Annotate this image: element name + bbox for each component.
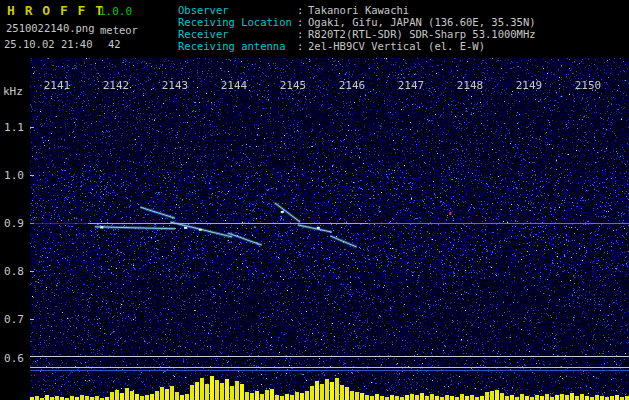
time-tick-label: 2148 (457, 79, 484, 92)
time-tick-label: 2144 (221, 79, 248, 92)
info-row: Observer:Takanori Kawachi (178, 4, 536, 16)
info-colon: : (297, 4, 308, 16)
hrofft-window: H R O F F T 1.0.0 2510022140.png meteor … (0, 0, 629, 400)
meteor-echo-count: 42 (108, 38, 121, 50)
time-tick-label: 2141 (44, 79, 71, 92)
info-label: Receiving antenna (178, 40, 297, 52)
info-label: Receiving Location (178, 16, 297, 28)
info-colon: : (297, 40, 308, 52)
time-tick-label: 2150 (575, 79, 602, 92)
observation-datetime: 25.10.02 21:40 (4, 38, 93, 50)
freq-tick-label: 0.6 (0, 352, 28, 365)
info-row: Receiver:R820T2(RTL-SDR) SDR-Sharp 53.10… (178, 28, 536, 40)
freq-tick-label: 0.9 (0, 217, 28, 230)
app-version: 1.0.0 (99, 5, 132, 18)
info-row: Receiving Location:Ogaki, Gifu, JAPAN (1… (178, 16, 536, 28)
info-panel: Observer:Takanori KawachiReceiving Locat… (178, 4, 536, 52)
freq-tick-label: 1.1 (0, 121, 28, 134)
time-tick-label: 2145 (280, 79, 307, 92)
info-value: Takanori Kawachi (308, 4, 409, 16)
time-tick-label: 2142 (103, 79, 130, 92)
info-colon: : (297, 16, 308, 28)
freq-tick-label: 0.8 (0, 265, 28, 278)
frequency-axis-unit: kHz (3, 85, 23, 98)
info-row: Receiving antenna:2el-HB9CV Vertical (el… (178, 40, 536, 52)
info-label: Receiver (178, 28, 297, 40)
freq-tick-label: 1.0 (0, 169, 28, 182)
info-label: Observer (178, 4, 297, 16)
signal-strength-panel (30, 358, 629, 400)
signal-strength-canvas (30, 358, 629, 400)
mode-label: meteor (100, 24, 138, 36)
separator-line (30, 356, 629, 357)
info-colon: : (297, 28, 308, 40)
header: H R O F F T 1.0.0 2510022140.png meteor … (0, 0, 629, 58)
info-value: 2el-HB9CV Vertical (el. E-W) (308, 40, 485, 52)
output-filename: 2510022140.png (6, 22, 95, 34)
time-tick-label: 2147 (398, 79, 425, 92)
spectrogram-canvas (30, 58, 629, 357)
frequency-axis: kHz 1.11.00.90.80.70.6 (0, 58, 30, 400)
time-tick-label: 2143 (162, 79, 189, 92)
freq-tick-label: 0.7 (0, 313, 28, 326)
time-tick-label: 2149 (516, 79, 543, 92)
info-value: Ogaki, Gifu, JAPAN (136.60E, 35.35N) (308, 16, 536, 28)
spectrogram: 2141214221432144214521462147214821492150 (30, 58, 629, 357)
app-title: H R O F F T (7, 3, 104, 18)
time-tick-label: 2146 (339, 79, 366, 92)
info-value: R820T2(RTL-SDR) SDR-Sharp 53.1000MHz (308, 28, 536, 40)
